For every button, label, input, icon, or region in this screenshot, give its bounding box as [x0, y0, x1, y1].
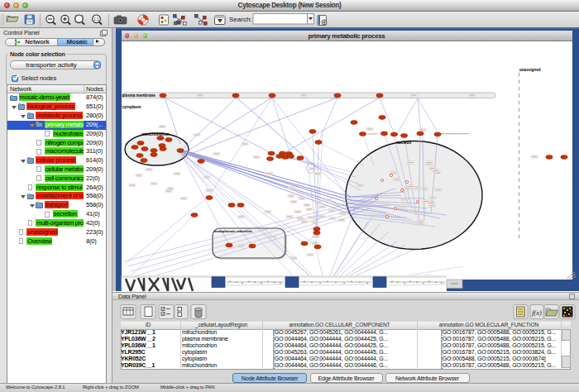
svg-text:plasma membrane: plasma membrane [122, 93, 156, 98]
svg-text:unassigned: unassigned [519, 68, 541, 72]
svg-text:f(x): f(x) [532, 308, 542, 317]
svg-text:endoplasmic reticulum: endoplasmic reticulum [214, 229, 252, 233]
svg-text:nucleus: nucleus [396, 141, 411, 145]
svg-text:mitochondrion: mitochondrion [141, 132, 170, 136]
svg-text:cytoplasm: cytoplasm [122, 105, 141, 109]
